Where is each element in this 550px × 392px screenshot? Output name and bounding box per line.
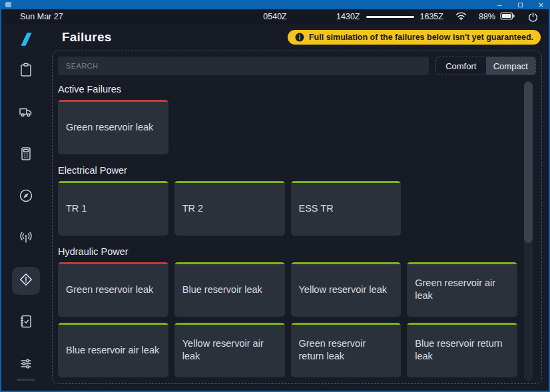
simulation-warning-banner: Full simulation of the failures below is… [288, 30, 541, 45]
failure-card-label: TR 1 [66, 202, 87, 215]
maximize-icon[interactable] [516, 1, 524, 8]
clipboard-icon [18, 62, 34, 81]
compass-icon [18, 188, 34, 206]
section-electrical-power: Electrical Power TR 1 TR 2 ESS TR [58, 164, 517, 236]
failure-sections: Active Failures Green reservoir leak Ele… [53, 83, 541, 377]
power-icon[interactable] [528, 12, 538, 22]
minimize-icon[interactable] [495, 1, 503, 8]
section-title: Hydraulic Power [58, 246, 517, 258]
card-grid: TR 1 TR 2 ESS TR [58, 181, 517, 236]
sidebar-item-failures[interactable] [12, 267, 40, 295]
efb-window: Sun Mar 27 0540Z 1430Z 1635Z 88% [0, 0, 550, 392]
window-controls [495, 1, 545, 8]
failure-card-label: Yellow reservoir air leak [182, 337, 277, 363]
sidebar-item-dashboard[interactable] [12, 57, 40, 85]
battery-icon [500, 12, 515, 22]
failure-card[interactable]: Green reservoir return leak [291, 323, 402, 377]
wifi-icon [455, 11, 467, 23]
card-grid: Green reservoir leak Blue reservoir leak… [58, 262, 517, 377]
flypad-app: Sun Mar 27 0540Z 1430Z 1635Z 88% [1, 9, 549, 391]
scrollbar-track[interactable] [524, 81, 533, 381]
failure-card-label: TR 2 [182, 202, 203, 215]
failure-card[interactable]: Blue reservoir leak [174, 262, 285, 317]
failure-card[interactable]: Yellow reservoir leak [291, 262, 402, 317]
failure-card[interactable]: Green reservoir leak [58, 262, 168, 317]
banner-text: Full simulation of the failures below is… [309, 33, 533, 42]
search-input[interactable] [58, 57, 429, 75]
sidebar-item-ground[interactable] [12, 99, 40, 127]
failure-card-label: Green reservoir leak [66, 121, 153, 134]
checklist-icon [18, 313, 34, 332]
failure-card[interactable]: Blue reservoir air leak [58, 323, 168, 377]
card-grid: Green reservoir leak [58, 100, 517, 154]
failure-card-label: Green reservoir leak [66, 284, 153, 296]
failure-card[interactable]: Green reservoir air leak [407, 262, 517, 317]
failure-card-label: Green reservoir return leak [299, 337, 394, 363]
calculator-icon [18, 146, 34, 164]
failure-card[interactable]: ESS TR [291, 181, 402, 236]
failure-card-label: ESS TR [299, 202, 334, 215]
truck-icon [18, 104, 34, 122]
page-title: Failures [62, 30, 111, 45]
failure-card-label: Green reservoir air leak [415, 277, 509, 302]
section-active-failures: Active Failures Green reservoir leak [58, 83, 517, 154]
battery-percent: 88% [479, 12, 495, 21]
statusbar-date: Sun Mar 27 [20, 12, 63, 21]
sliders-icon [18, 355, 34, 374]
failures-panel: Comfort Compact Active Failures Green re… [52, 51, 542, 384]
section-title: Electrical Power [58, 164, 517, 176]
sidebar-item-performance[interactable] [12, 141, 40, 169]
warning-diamond-icon [18, 272, 34, 290]
failure-card-label: Blue reservoir return leak [415, 337, 509, 363]
flight-start-time: 1430Z [336, 12, 360, 21]
scrollbar-thumb[interactable] [524, 82, 533, 243]
failure-card-label: Yellow reservoir leak [299, 284, 387, 296]
flight-progress-bar [366, 16, 414, 18]
content-area: Failures Full simulation of the failures… [51, 24, 549, 391]
main-area: Failures Full simulation of the failures… [1, 24, 549, 391]
sidebar-item-navigation[interactable] [12, 183, 40, 211]
failure-card-label: Blue reservoir air leak [66, 344, 159, 357]
statusbar: Sun Mar 27 0540Z 1430Z 1635Z 88% [1, 9, 549, 24]
panel-toolbar: Comfort Compact [53, 51, 541, 75]
antenna-icon [18, 230, 34, 248]
sidebar-item-atc[interactable] [12, 225, 40, 253]
failure-card[interactable]: TR 1 [58, 181, 168, 236]
sidebar-item-presets[interactable] [12, 351, 40, 379]
section-title: Active Failures [58, 83, 517, 95]
flybywire-logo-icon [17, 31, 35, 48]
flight-end-time: 1635Z [420, 12, 443, 21]
sidebar-nav [12, 57, 40, 379]
sidebar-bottom [12, 379, 40, 391]
content-header: Failures Full simulation of the failures… [51, 24, 549, 51]
statusbar-right: 1430Z 1635Z 88% [336, 11, 538, 23]
view-toggle: Comfort Compact [435, 57, 536, 75]
app-icon [5, 2, 11, 7]
failure-card-label: Blue reservoir leak [182, 284, 262, 296]
sidebar-divider [17, 379, 35, 381]
failure-card[interactable]: TR 2 [174, 181, 285, 236]
failure-card[interactable]: Blue reservoir return leak [407, 323, 517, 377]
section-hydraulic-power: Hydraulic Power Green reservoir leak Blu… [58, 246, 517, 377]
sidebar-item-checklists[interactable] [12, 309, 40, 337]
failure-card[interactable]: Yellow reservoir air leak [174, 323, 285, 377]
close-icon[interactable] [537, 1, 545, 8]
failure-card[interactable]: Green reservoir leak [58, 100, 168, 154]
statusbar-utc-time: 0540Z [263, 12, 286, 21]
sidebar [1, 24, 51, 391]
info-icon [295, 33, 304, 42]
comfort-view-button[interactable]: Comfort [436, 57, 486, 75]
window-titlebar [0, 0, 550, 9]
compact-view-button[interactable]: Compact [486, 57, 536, 75]
